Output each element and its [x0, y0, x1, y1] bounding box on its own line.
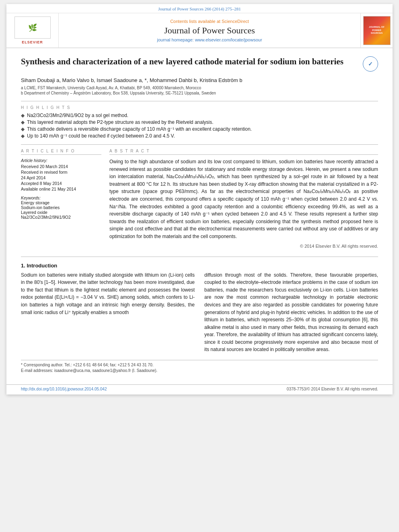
keywords-section: Keywords: Energy storage Sodium-ion batt…	[21, 195, 101, 220]
introduction-heading: 1. Introduction	[21, 263, 378, 269]
received-date: Received 20 March 2014	[21, 164, 101, 169]
introduction-section: 1. Introduction Sodium ion batteries wer…	[21, 257, 378, 354]
doi-link[interactable]: http://dx.doi.org/10.1016/j.jpowsour.201…	[21, 387, 107, 391]
journal-cover-image: JOURNAL OFPOWERSOURCES	[363, 16, 391, 45]
footnote-area: * Corresponding author. Tel.: +212 6 61 …	[21, 360, 378, 373]
divider-2	[21, 144, 378, 145]
highlight-item-3: ◆ This cathode delivers a reversible dis…	[21, 126, 378, 132]
sciencedirect-link[interactable]: Contents lists available at ScienceDirec…	[170, 19, 249, 24]
email-note: E-mail addresses: isaadoune@uca.ma, saad…	[21, 368, 378, 373]
main-content: Synthesis and characterization of a new …	[6, 48, 393, 380]
divider-1	[21, 101, 378, 101]
abstract-column: A B S T R A C T Owing to the high abunda…	[109, 149, 378, 249]
intro-right-col: diffusion through most of the solids. Th…	[204, 271, 378, 354]
keyword-1: Energy storage	[21, 200, 101, 205]
bullet-icon-2: ◆	[21, 119, 25, 125]
article-title-section: Synthesis and characterization of a new …	[21, 56, 378, 72]
keyword-4: Na2/3Co2/3Mn2/9Ni1/9O2	[21, 215, 101, 220]
journal-homepage: journal homepage: www.elsevier.com/locat…	[157, 37, 262, 42]
bullet-icon-1: ◆	[21, 113, 25, 118]
affiliation-a: a LCME, FST Marrakech, University Cadi A…	[21, 86, 378, 90]
highlights-label: H I G H L I G H T S	[21, 105, 378, 110]
abstract-text: Owing to the high abundance of sodium an…	[109, 158, 378, 240]
elsevier-brand-label: ELSEVIER	[22, 40, 43, 44]
keyword-3: Layered oxide	[21, 210, 101, 215]
journal-title-main: Journal of Power Sources	[164, 25, 255, 36]
journal-header: 🌿 ELSEVIER Contents lists available at S…	[6, 13, 393, 48]
copyright-line: © 2014 Elsevier B.V. All rights reserved…	[109, 244, 378, 249]
abstract-label: A B S T R A C T	[109, 149, 378, 155]
keyword-2: Sodium-ion batteries	[21, 205, 101, 210]
highlight-item-1: ◆ Na2/3Co2/3Mn2/9Ni1/9O2 by a sol gel me…	[21, 113, 378, 118]
article-info-label: A R T I C L E I N F O	[21, 149, 101, 155]
highlights-list: ◆ Na2/3Co2/3Mn2/9Ni1/9O2 by a sol gel me…	[21, 113, 378, 139]
affiliation-b: b Department of Chemistry – Ångström Lab…	[21, 91, 378, 95]
received-revised-label: Received in revised form	[21, 170, 101, 175]
revised-date: 24 April 2014	[21, 175, 101, 180]
intro-right-text: diffusion through most of the solids. Th…	[204, 271, 378, 354]
elsevier-tree-icon: 🌿	[28, 23, 37, 32]
highlight-item-2: ◆ This layered material adopts the P2-ty…	[21, 119, 378, 125]
keywords-label: Keywords:	[21, 195, 101, 200]
footer-bar: http://dx.doi.org/10.1016/j.jpowsour.201…	[6, 384, 393, 394]
article-info-abstract-columns: A R T I C L E I N F O Article history: R…	[21, 149, 378, 249]
accepted-date: Accepted 8 May 2014	[21, 181, 101, 186]
article-history: Article history: Received 20 March 2014 …	[21, 158, 101, 191]
corresponding-author-note: * Corresponding author. Tel.: +212 6 61 …	[21, 363, 378, 367]
footer-rights: 0378-7753/© 2014 Elsevier B.V. All right…	[287, 387, 378, 391]
bullet-icon-3: ◆	[21, 126, 25, 132]
elsevier-logo-area: 🌿 ELSEVIER	[6, 13, 59, 47]
authors-line: Siham Doubaji a, Mario Valvo b, Ismael S…	[21, 77, 378, 83]
article-info-column: A R T I C L E I N F O Article history: R…	[21, 149, 101, 249]
elsevier-logo-box: 🌿	[14, 16, 51, 39]
journal-thumbnail: JOURNAL OFPOWERSOURCES	[360, 13, 393, 47]
intro-columns: Sodium ion batteries were initially stud…	[21, 271, 378, 354]
journal-name-area: Contents lists available at ScienceDirec…	[59, 13, 360, 47]
bullet-icon-4: ◆	[21, 133, 25, 139]
highlight-item-4: ◆ Up to 140 mAh g⁻¹ could be reached if …	[21, 133, 378, 139]
intro-left-text: Sodium ion batteries were initially stud…	[21, 271, 195, 316]
intro-left-col: Sodium ion batteries were initially stud…	[21, 271, 195, 354]
journal-citation-bar: Journal of Power Sources 266 (2014) 275–…	[6, 4, 393, 13]
crossmark-badge[interactable]: ✓	[363, 56, 378, 72]
available-date: Available online 21 May 2014	[21, 187, 101, 191]
article-title: Synthesis and characterization of a new …	[21, 56, 358, 67]
